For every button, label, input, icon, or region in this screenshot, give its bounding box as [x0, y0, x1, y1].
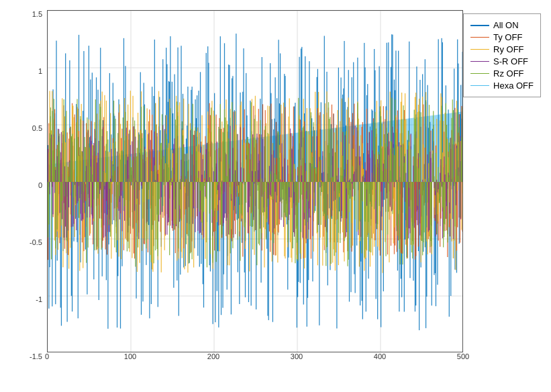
legend-color-swatch [470, 37, 489, 38]
x-axis-label: 400 [374, 352, 386, 360]
chart-legend: All ONTy OFFRy OFFS-R OFFRz OFFHexa OFF [463, 13, 541, 97]
x-axis-label: 200 [207, 352, 219, 360]
x-axis-label: 100 [124, 352, 136, 360]
y-axis-label: 0.5 [32, 124, 42, 132]
legend-label: Ry OFF [493, 44, 524, 54]
y-axis-label: 1.5 [32, 10, 42, 18]
legend-color-swatch [470, 49, 489, 50]
chart-area [47, 10, 463, 352]
y-axis-label: -1.5 [30, 352, 42, 360]
y-axis-label: -0.5 [30, 238, 42, 246]
legend-item: Hexa OFF [470, 81, 534, 91]
legend-color-swatch [470, 85, 489, 87]
x-axis-label: 300 [291, 352, 303, 360]
y-axis-label: 0 [38, 181, 42, 189]
legend-label: Rz OFF [493, 68, 524, 79]
legend-label: All ON [493, 20, 519, 30]
chart-inner [48, 11, 462, 352]
y-axis-label: 1 [38, 67, 42, 75]
legend-item: Ry OFF [470, 44, 534, 54]
x-axis-label: 0 [45, 352, 49, 360]
chart-container: -1.5-1-0.500.511.5 All ONTy OFFRy OFFS-R… [0, 0, 551, 392]
legend-color-swatch [470, 73, 489, 75]
legend-item: Ty OFF [470, 32, 534, 42]
legend-color-swatch [470, 61, 489, 62]
legend-item: All ON [470, 20, 534, 30]
legend-item: Rz OFF [470, 68, 534, 79]
legend-label: Hexa OFF [493, 81, 534, 91]
legend-color-swatch [470, 25, 489, 26]
y-axis-labels: -1.5-1-0.500.511.5 [0, 10, 46, 352]
legend-label: S-R OFF [493, 56, 528, 66]
legend-item: S-R OFF [470, 56, 534, 66]
x-axis-label: 500 [457, 352, 469, 360]
y-axis-label: -1 [36, 295, 42, 303]
legend-label: Ty OFF [493, 32, 522, 42]
